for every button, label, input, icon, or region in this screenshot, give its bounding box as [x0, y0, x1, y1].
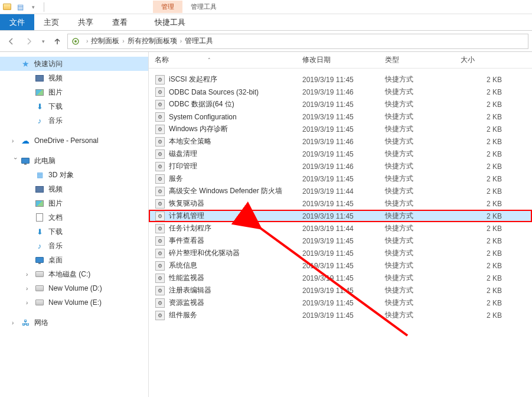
sidebar-pc-item[interactable]: ›New Volume (E:) [0, 295, 148, 310]
nav-back-button[interactable] [4, 34, 19, 49]
tab-home[interactable]: 主页 [34, 14, 68, 30]
item-icon: ⬇ [34, 226, 45, 237]
sidebar-pc-item[interactable]: 图片 [0, 196, 148, 210]
breadcrumb-sep-icon: › [122, 38, 124, 44]
file-row[interactable]: ⚙事件查看器2019/3/19 11:45快捷方式2 KB [149, 235, 532, 247]
file-name: 资源监视器 [169, 298, 302, 308]
file-type: 快捷方式 [385, 248, 461, 258]
expand-icon[interactable]: › [12, 138, 19, 144]
file-size: 2 KB [461, 224, 502, 233]
qat-dropdown-icon[interactable]: ▾ [28, 2, 38, 12]
file-row[interactable]: ⚙系统信息2019/3/19 11:45快捷方式2 KB [149, 259, 532, 272]
sidebar-quick-item[interactable]: 视频 [0, 71, 148, 85]
qat-properties-icon[interactable]: ▤ [15, 2, 25, 12]
column-label: 名称 [155, 55, 169, 65]
column-header-type[interactable]: 类型 [385, 55, 461, 65]
file-row[interactable]: ⚙iSCSI 发起程序2019/3/19 11:45快捷方式2 KB [149, 73, 532, 86]
file-row[interactable]: ⚙本地安全策略2019/3/19 11:46快捷方式2 KB [149, 135, 532, 148]
breadcrumb-root-icon[interactable] [70, 36, 81, 47]
file-list[interactable]: ⚙iSCSI 发起程序2019/3/19 11:45快捷方式2 KB⚙ODBC … [149, 69, 532, 397]
sidebar-pc-item[interactable]: ▦3D 对象 [0, 168, 148, 182]
expand-icon[interactable]: › [26, 271, 33, 278]
file-row[interactable]: ⚙恢复驱动器2019/3/19 11:45快捷方式2 KB [149, 197, 532, 210]
file-row[interactable]: ⚙资源监视器2019/3/19 11:45快捷方式2 KB [149, 297, 532, 309]
sidebar-quick-item[interactable]: ♪音乐 [0, 113, 148, 128]
file-row[interactable]: ⚙磁盘清理2019/3/19 11:45快捷方式2 KB [149, 148, 532, 160]
expand-icon[interactable]: › [26, 300, 33, 306]
file-type: 快捷方式 [385, 298, 461, 308]
navigation-pane[interactable]: ★ 快速访问 视频图片⬇下载♪音乐 › ☁ OneDrive - Persona… [0, 52, 149, 397]
nav-up-button[interactable] [50, 34, 65, 49]
file-name: 打印管理 [169, 161, 302, 171]
sidebar-pc-item[interactable]: 桌面 [0, 253, 148, 267]
file-date: 2019/3/19 11:45 [302, 100, 385, 109]
file-name: 碎片整理和优化驱动器 [169, 248, 302, 258]
file-row[interactable]: ⚙注册表编辑器2019/3/19 11:45快捷方式2 KB [149, 284, 532, 297]
file-size: 2 KB [461, 200, 502, 208]
file-size: 2 KB [461, 249, 502, 258]
file-row[interactable]: ⚙任务计划程序2019/3/19 11:44快捷方式2 KB [149, 222, 532, 235]
shortcut-icon: ⚙ [155, 149, 165, 160]
file-row[interactable]: ⚙高级安全 Windows Defender 防火墙2019/3/19 11:4… [149, 185, 532, 197]
breadcrumb-bar[interactable]: › 控制面板 › 所有控制面板项 › 管理工具 [67, 34, 528, 49]
item-icon [34, 255, 45, 265]
file-row[interactable]: ⚙碎片整理和优化驱动器2019/3/19 11:45快捷方式2 KB [149, 247, 532, 259]
nav-recent-dropdown[interactable]: ▾ [39, 34, 47, 49]
file-date: 2019/3/19 11:45 [302, 249, 385, 258]
file-row[interactable]: ⚙计算机管理2019/3/19 11:45快捷方式2 KB [149, 210, 532, 222]
tab-view[interactable]: 查看 [103, 14, 137, 30]
folder-icon [34, 73, 45, 83]
sidebar-pc-item[interactable]: ⬇下载 [0, 224, 148, 239]
expand-icon[interactable]: › [26, 285, 33, 292]
folder-icon: ⬇ [34, 101, 45, 112]
file-row[interactable]: ⚙打印管理2019/3/19 11:46快捷方式2 KB [149, 160, 532, 173]
shortcut-icon: ⚙ [155, 161, 165, 172]
sidebar-pc-item[interactable]: ›本地磁盘 (C:) [0, 267, 148, 281]
column-header-size[interactable]: 大小 [461, 55, 502, 65]
file-row[interactable]: ⚙Windows 内存诊断2019/3/19 11:45快捷方式2 KB [149, 123, 532, 135]
nav-forward-button[interactable] [21, 34, 37, 49]
file-row[interactable]: ⚙ODBC Data Sources (32-bit)2019/3/19 11:… [149, 86, 532, 98]
file-type: 快捷方式 [385, 223, 461, 233]
file-date: 2019/3/19 11:45 [302, 150, 385, 158]
expand-icon[interactable]: › [12, 320, 19, 326]
sidebar-quick-item[interactable]: ⬇下载 [0, 99, 148, 113]
file-type: 快捷方式 [385, 161, 461, 171]
file-row[interactable]: ⚙ODBC 数据源(64 位)2019/3/19 11:45快捷方式2 KB [149, 98, 532, 110]
column-header-date[interactable]: 修改日期 [302, 55, 385, 65]
file-size: 2 KB [461, 113, 502, 121]
sidebar-quick-access[interactable]: ★ 快速访问 [0, 57, 148, 71]
file-row[interactable]: ⚙System Configuration2019/3/19 11:45快捷方式… [149, 110, 532, 123]
collapse-icon[interactable]: › [12, 157, 19, 164]
column-header-name[interactable]: 名称 ˄ [155, 55, 302, 65]
file-date: 2019/3/19 11:44 [302, 187, 385, 196]
shortcut-icon: ⚙ [155, 136, 165, 147]
address-bar: ▾ › 控制面板 › 所有控制面板项 › 管理工具 [0, 31, 532, 52]
file-name: 磁盘清理 [169, 149, 302, 159]
sidebar-item-label: 图片 [48, 87, 63, 97]
breadcrumb-all-items[interactable]: 所有控制面板项 [128, 36, 177, 46]
sidebar-this-pc[interactable]: › 此电脑 [0, 154, 148, 168]
sidebar-onedrive[interactable]: › ☁ OneDrive - Personal [0, 134, 148, 148]
file-row[interactable]: ⚙组件服务2019/3/19 11:45快捷方式2 KB [149, 309, 532, 321]
sidebar-pc-item[interactable]: 文档 [0, 210, 148, 224]
file-size: 2 KB [461, 138, 502, 146]
sidebar-network[interactable]: › 🖧 网络 [0, 315, 148, 330]
file-name: iSCSI 发起程序 [169, 74, 302, 84]
sidebar-quick-item[interactable]: 图片 [0, 85, 148, 99]
sidebar-pc-item[interactable]: ›New Volume (D:) [0, 281, 148, 295]
breadcrumb-control-panel[interactable]: 控制面板 [91, 36, 119, 46]
shortcut-icon: ⚙ [155, 285, 165, 296]
sidebar-pc-item[interactable]: 视频 [0, 182, 148, 196]
file-row[interactable]: ⚙服务2019/3/19 11:45快捷方式2 KB [149, 173, 532, 185]
sort-ascending-icon: ˄ [208, 57, 211, 63]
tab-shortcut-tools[interactable]: 快捷工具 [146, 14, 194, 30]
breadcrumb-admin-tools[interactable]: 管理工具 [185, 36, 213, 46]
file-row[interactable]: ⚙性能监视器2019/3/19 11:45快捷方式2 KB [149, 272, 532, 284]
sidebar-item-label: 图片 [48, 198, 63, 209]
sidebar-pc-item[interactable]: ♪音乐 [0, 239, 148, 253]
sidebar-item-label: 下载 [48, 227, 63, 237]
file-name: System Configuration [169, 113, 302, 121]
tab-share[interactable]: 共享 [68, 14, 103, 30]
file-tab[interactable]: 文件 [0, 14, 34, 30]
